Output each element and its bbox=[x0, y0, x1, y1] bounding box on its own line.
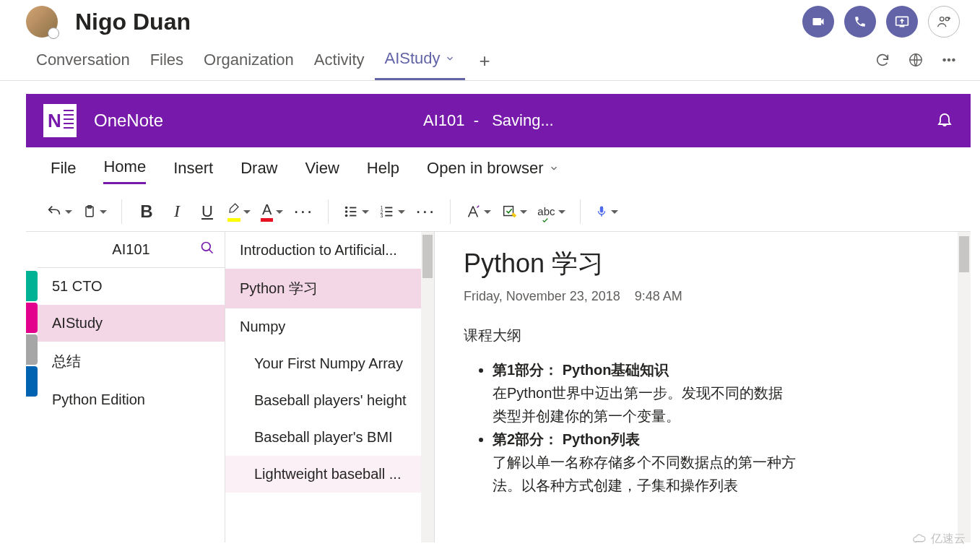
page-item[interactable]: Numpy bbox=[225, 308, 434, 345]
more-paragraph-button[interactable]: ··· bbox=[412, 198, 438, 225]
chevron-down-icon bbox=[445, 49, 455, 68]
svg-rect-21 bbox=[599, 206, 603, 212]
svg-rect-12 bbox=[350, 211, 357, 212]
chevron-down-icon bbox=[549, 159, 559, 178]
document-title: AI101 - bbox=[423, 111, 479, 130]
font-color-button[interactable]: A bbox=[258, 198, 286, 225]
note-subtitle[interactable]: 课程大纲 bbox=[464, 326, 942, 345]
open-in-browser-button[interactable]: Open in browser bbox=[427, 159, 559, 183]
spellcheck-button[interactable]: abc bbox=[534, 198, 568, 225]
scrollbar[interactable] bbox=[421, 232, 434, 542]
svg-rect-11 bbox=[350, 207, 357, 208]
tab-aistudy-label: AIStudy bbox=[385, 49, 441, 68]
video-call-button[interactable] bbox=[802, 6, 834, 38]
bold-button[interactable]: B bbox=[134, 198, 160, 225]
menu-help[interactable]: Help bbox=[367, 159, 399, 183]
svg-rect-17 bbox=[386, 207, 393, 208]
section-item[interactable]: 51 CTO bbox=[38, 268, 225, 305]
tags-button[interactable] bbox=[498, 198, 530, 225]
section-color-tab[interactable] bbox=[26, 334, 38, 365]
save-status: Saving... bbox=[492, 111, 554, 130]
search-icon[interactable] bbox=[200, 241, 214, 259]
section-item[interactable]: Python Edition bbox=[38, 381, 225, 418]
tab-organization[interactable]: Organization bbox=[194, 51, 304, 79]
add-tab-button[interactable]: + bbox=[480, 50, 490, 79]
svg-point-5 bbox=[953, 59, 955, 61]
section-color-tab[interactable] bbox=[26, 303, 38, 333]
tab-files[interactable]: Files bbox=[140, 51, 194, 79]
menu-insert[interactable]: Insert bbox=[173, 159, 213, 183]
svg-point-0 bbox=[940, 17, 945, 21]
tab-aistudy[interactable]: AIStudy bbox=[375, 49, 465, 80]
page-item[interactable]: Baseball player's BMI bbox=[225, 419, 434, 456]
menu-view[interactable]: View bbox=[305, 159, 339, 183]
underline-button[interactable]: U bbox=[194, 198, 220, 225]
svg-rect-19 bbox=[386, 215, 393, 216]
svg-point-10 bbox=[345, 214, 348, 217]
section-color-tab[interactable] bbox=[26, 366, 38, 397]
numbering-button[interactable]: 123 bbox=[376, 198, 408, 225]
page-item[interactable]: Lightweight baseball ... bbox=[225, 456, 434, 493]
section-item[interactable]: AIStudy bbox=[38, 305, 225, 342]
svg-rect-13 bbox=[350, 215, 357, 216]
menu-draw[interactable]: Draw bbox=[240, 159, 277, 183]
italic-button[interactable]: I bbox=[164, 198, 190, 225]
bullets-button[interactable] bbox=[340, 198, 372, 225]
list-item[interactable]: 第2部分： Python列表了解以单一名称存储多个不同数据点的第一种方法。以各种… bbox=[493, 428, 796, 497]
styles-button[interactable] bbox=[462, 198, 494, 225]
svg-text:3: 3 bbox=[381, 213, 383, 218]
undo-button[interactable] bbox=[43, 198, 75, 225]
more-icon[interactable] bbox=[941, 52, 957, 71]
svg-point-1 bbox=[945, 17, 949, 21]
page-item[interactable]: Your First Numpy Array bbox=[225, 345, 434, 382]
notebook-name[interactable]: AI101 bbox=[112, 241, 149, 258]
globe-icon[interactable] bbox=[908, 52, 924, 71]
watermark: 亿速云 bbox=[912, 532, 966, 547]
note-timestamp: Friday, November 23, 20189:48 AM bbox=[464, 289, 942, 304]
svg-point-3 bbox=[943, 59, 946, 61]
svg-rect-18 bbox=[386, 211, 393, 212]
dictate-button[interactable] bbox=[592, 198, 621, 225]
svg-point-22 bbox=[202, 243, 211, 251]
list-item[interactable]: 第1部分： Python基础知识在Python世界中迈出第一步。发现不同的数据类… bbox=[493, 358, 796, 428]
svg-rect-20 bbox=[504, 206, 513, 215]
tab-activity[interactable]: Activity bbox=[304, 51, 375, 79]
refresh-icon[interactable] bbox=[875, 52, 890, 71]
user-name: Nigo Duan bbox=[75, 9, 191, 35]
page-item[interactable]: Python 学习 bbox=[225, 269, 434, 308]
note-content-list[interactable]: 第1部分： Python基础知识在Python世界中迈出第一步。发现不同的数据类… bbox=[464, 358, 942, 497]
page-item[interactable]: Baseball players' height bbox=[225, 382, 434, 419]
menu-home[interactable]: Home bbox=[103, 157, 146, 184]
highlight-button[interactable] bbox=[225, 198, 253, 225]
svg-point-9 bbox=[345, 210, 348, 213]
section-color-tab[interactable] bbox=[26, 271, 38, 301]
scrollbar[interactable] bbox=[958, 232, 971, 542]
add-people-button[interactable] bbox=[928, 6, 960, 38]
note-title[interactable]: Python 学习 bbox=[464, 246, 942, 282]
notifications-icon[interactable] bbox=[936, 111, 953, 131]
more-formatting-button[interactable]: ··· bbox=[290, 198, 316, 225]
avatar[interactable] bbox=[26, 6, 58, 38]
page-item[interactable]: Introduction to Artificial... bbox=[225, 232, 434, 269]
onenote-app-name: OneNote bbox=[94, 111, 163, 131]
menu-file[interactable]: File bbox=[51, 159, 76, 183]
tab-conversation[interactable]: Conversation bbox=[26, 51, 140, 79]
screen-share-button[interactable] bbox=[886, 6, 918, 38]
onenote-logo-icon bbox=[43, 104, 77, 137]
svg-point-4 bbox=[948, 59, 950, 61]
audio-call-button[interactable] bbox=[844, 6, 876, 38]
svg-point-8 bbox=[345, 206, 348, 209]
clipboard-button[interactable] bbox=[79, 198, 110, 225]
section-item[interactable]: 总结 bbox=[38, 342, 225, 381]
